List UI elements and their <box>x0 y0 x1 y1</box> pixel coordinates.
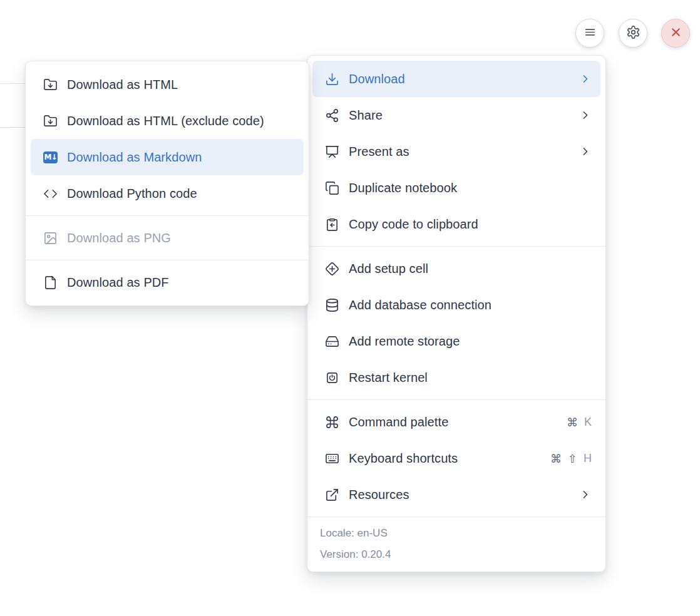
menu-item-download-as-html-exclude-code[interactable]: Download as HTML (exclude code) <box>31 103 304 139</box>
shortcut-key: ⇧ <box>568 452 577 465</box>
menu-item-present-as[interactable]: Present as <box>312 133 600 170</box>
shortcut-hint: ⌘⇧H <box>550 452 592 465</box>
file-icon <box>43 275 58 290</box>
notebook-actions-menu: DownloadSharePresent asDuplicate noteboo… <box>307 55 606 572</box>
menu-item-keyboard-shortcuts[interactable]: Keyboard shortcuts⌘⇧H <box>312 440 600 476</box>
menu-item-add-remote-storage[interactable]: Add remote storage <box>312 323 600 359</box>
menu-item-label: Download <box>349 72 405 86</box>
duplicate-icon <box>325 181 339 195</box>
folder-down-icon <box>43 78 58 92</box>
presentation-icon <box>325 145 339 159</box>
menu-item-label: Add remote storage <box>349 334 460 349</box>
menu-item-label: Download as PDF <box>67 275 169 290</box>
menu-item-label: Resources <box>349 488 409 502</box>
menu-item-download-as-markdown[interactable]: M↓Download as Markdown <box>31 139 304 175</box>
diamond-plus-icon <box>325 262 339 276</box>
close-icon <box>669 25 683 41</box>
menu-item-label: Duplicate notebook <box>349 181 457 195</box>
command-icon <box>325 415 339 429</box>
menu-item-label: Download as HTML (exclude code) <box>67 114 264 128</box>
menu-divider <box>26 215 309 216</box>
database-icon <box>325 298 339 312</box>
menu-divider <box>307 399 605 400</box>
menu-item-resources[interactable]: Resources <box>312 476 600 513</box>
cell-border-line <box>0 127 26 128</box>
menu-item-label: Command palette <box>349 415 448 429</box>
menu-item-label: Add database connection <box>349 298 492 312</box>
menu-item-download-as-html[interactable]: Download as HTML <box>31 66 304 103</box>
image-icon <box>43 231 58 245</box>
code-icon <box>43 187 58 201</box>
menu-item-label: Download as Markdown <box>67 150 202 165</box>
share-icon <box>325 108 339 123</box>
menu-item-download-as-png: Download as PNG <box>31 220 304 256</box>
menu-item-label: Download Python code <box>67 187 197 201</box>
menu-divider <box>26 260 309 260</box>
keyboard-icon <box>325 451 339 466</box>
shutdown-button[interactable] <box>661 19 690 48</box>
menu-item-duplicate-notebook[interactable]: Duplicate notebook <box>312 170 600 206</box>
menu-item-label: Download as PNG <box>67 231 171 245</box>
power-square-icon <box>325 371 339 385</box>
settings-button[interactable] <box>619 19 647 48</box>
menu-item-label: Add setup cell <box>349 262 428 276</box>
menu-item-label: Download as HTML <box>67 78 178 92</box>
shortcut-hint: ⌘K <box>567 416 592 429</box>
menu-item-label: Restart kernel <box>349 371 428 385</box>
menu-item-command-palette[interactable]: Command palette⌘K <box>312 404 600 440</box>
menu-item-copy-code-to-clipboard[interactable]: Copy code to clipboard <box>312 206 600 242</box>
menu-item-label: Present as <box>349 145 409 159</box>
menu-item-label: Keyboard shortcuts <box>349 451 458 466</box>
cell-border-line <box>0 83 26 84</box>
locale-label: Locale: en-US <box>307 523 605 544</box>
shortcut-key: ⌘ <box>550 452 562 465</box>
menu-item-label: Copy code to clipboard <box>349 217 478 232</box>
chevron-right-icon <box>579 73 592 85</box>
shortcut-key: H <box>584 452 592 465</box>
chevron-right-icon <box>579 109 592 121</box>
menu-item-download-python-code[interactable]: Download Python code <box>31 175 304 212</box>
notebook-menu-button[interactable] <box>575 19 604 48</box>
markdown-badge-icon: M↓ <box>43 150 58 165</box>
shortcut-key: K <box>584 416 592 429</box>
menu-item-download-as-pdf[interactable]: Download as PDF <box>31 264 304 300</box>
version-label: Version: 0.20.4 <box>307 544 605 565</box>
gear-icon <box>626 25 641 41</box>
clipboard-copy-icon <box>325 217 339 232</box>
menu-divider <box>307 246 605 247</box>
menu-item-label: Share <box>349 108 383 123</box>
download-icon <box>325 72 339 86</box>
chevron-right-icon <box>579 488 592 501</box>
menu-item-add-setup-cell[interactable]: Add setup cell <box>312 250 600 287</box>
hamburger-icon <box>583 25 597 41</box>
hard-drive-icon <box>325 334 339 349</box>
menu-footer: Locale: en-US Version: 0.20.4 <box>307 516 605 567</box>
menu-item-download[interactable]: Download <box>312 61 600 97</box>
shortcut-key: ⌘ <box>567 416 578 429</box>
app-window: DownloadSharePresent asDuplicate noteboo… <box>0 0 700 616</box>
menu-item-share[interactable]: Share <box>312 97 600 133</box>
external-link-icon <box>325 488 339 502</box>
chevron-right-icon <box>579 145 592 158</box>
folder-down-icon <box>43 114 58 128</box>
menu-item-add-database-connection[interactable]: Add database connection <box>312 287 600 323</box>
menu-item-restart-kernel[interactable]: Restart kernel <box>312 359 600 396</box>
download-submenu: Download as HTMLDownload as HTML (exclud… <box>25 61 309 306</box>
